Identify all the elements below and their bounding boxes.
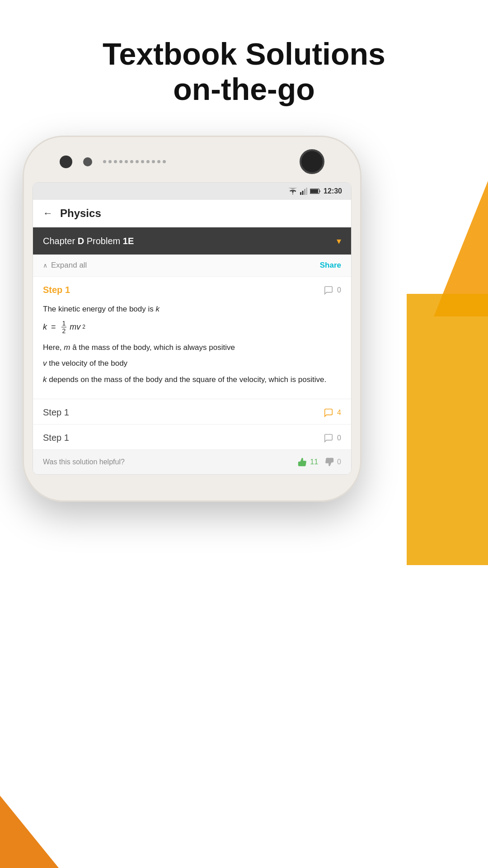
description-line3: k depends on the mass of the body and th…: [43, 374, 341, 386]
comment-area-2[interactable]: 4: [324, 408, 341, 418]
comment-count-2: 4: [337, 409, 341, 417]
svg-rect-4: [306, 188, 308, 195]
bg-decoration-right: [407, 294, 488, 565]
chapter-header[interactable]: Chapter D Problem 1E ▾: [33, 227, 351, 255]
step-section-3: Step 1 0: [33, 425, 351, 450]
phone-outer-shell: 12:30 ← Physics Chapter D Problem 1E ▾ ∧…: [23, 136, 361, 502]
description-line2: v the velocity of the body: [43, 358, 341, 369]
nav-bar: ← Physics: [33, 200, 351, 227]
step-content-1: The kinetic energy of the body is k k = …: [33, 302, 351, 399]
formula-block: k = 1 2 mv2: [43, 320, 341, 335]
step-section-1: Step 1 0 The kinetic energy of the body …: [33, 277, 351, 399]
comment-area-1[interactable]: 0: [324, 285, 341, 295]
phone-camera: [300, 149, 324, 174]
svg-rect-1: [300, 192, 301, 195]
wifi-icon: [288, 188, 297, 195]
step-header-3[interactable]: Step 1 0: [33, 425, 351, 449]
comment-count-3: 0: [337, 434, 341, 442]
page-title-container: Textbook Solutions on-the-go: [0, 36, 488, 107]
back-button[interactable]: ←: [43, 208, 53, 219]
helpful-question: Was this solution helpful?: [43, 458, 291, 466]
thumbdown-icon: [324, 457, 334, 467]
phone-bottom-bar: [33, 475, 352, 488]
thumbup-count: 11: [310, 458, 318, 466]
bg-decoration-bottom-left: [0, 796, 59, 868]
phone-speaker: [103, 160, 166, 163]
comment-icon-1: [324, 285, 333, 295]
description-line1: Here, m â the mass of the body, which is…: [43, 342, 341, 354]
svg-rect-2: [302, 191, 304, 195]
helpful-bar: Was this solution helpful? 11 0: [33, 450, 351, 474]
svg-marker-0: [288, 188, 297, 189]
step-label-2: Step 1: [43, 407, 69, 418]
step-label-3: Step 1: [43, 433, 69, 443]
thumbup-button[interactable]: 11: [297, 457, 318, 467]
phone-dot-left: [60, 156, 72, 168]
step-label-1: Step 1: [43, 285, 70, 295]
comment-area-3[interactable]: 0: [324, 433, 341, 443]
status-time: 12:30: [324, 187, 342, 195]
page-title: Textbook Solutions on-the-go: [0, 36, 488, 107]
comment-count-1: 0: [337, 286, 341, 294]
formula-line: k = 1 2 mv2: [43, 320, 341, 335]
step-header-2[interactable]: Step 1 4: [33, 399, 351, 424]
phone-mockup: 12:30 ← Physics Chapter D Problem 1E ▾ ∧…: [23, 136, 361, 502]
step-header-1[interactable]: Step 1 0: [33, 277, 351, 302]
expand-chevron-icon: ∧: [43, 262, 47, 269]
comment-icon-2: [324, 408, 333, 418]
comment-icon-3: [324, 433, 333, 443]
chapter-chevron-icon[interactable]: ▾: [337, 236, 341, 246]
chapter-label: Chapter D Problem 1E: [43, 236, 134, 246]
expand-all-button[interactable]: ∧ Expand all: [43, 261, 87, 270]
fraction: 1 2: [61, 320, 67, 335]
phone-dot-middle: [83, 157, 92, 166]
share-button[interactable]: Share: [320, 261, 341, 270]
phone-top-elements: [33, 149, 352, 174]
svg-rect-6: [310, 189, 318, 193]
battery-icon: [310, 188, 321, 194]
thumbup-icon: [297, 457, 307, 467]
thumbdown-button[interactable]: 0: [324, 457, 341, 467]
thumbdown-count: 0: [337, 458, 341, 466]
status-bar: 12:30: [33, 183, 351, 200]
step-section-2: Step 1 4: [33, 399, 351, 425]
expand-share-bar: ∧ Expand all Share: [33, 255, 351, 277]
phone-screen: 12:30 ← Physics Chapter D Problem 1E ▾ ∧…: [33, 182, 352, 475]
kinetic-intro: The kinetic energy of the body is k: [43, 303, 341, 315]
signal-icon: [300, 188, 307, 195]
svg-rect-3: [304, 189, 305, 195]
status-icons: 12:30: [288, 187, 342, 195]
nav-title: Physics: [60, 207, 101, 220]
